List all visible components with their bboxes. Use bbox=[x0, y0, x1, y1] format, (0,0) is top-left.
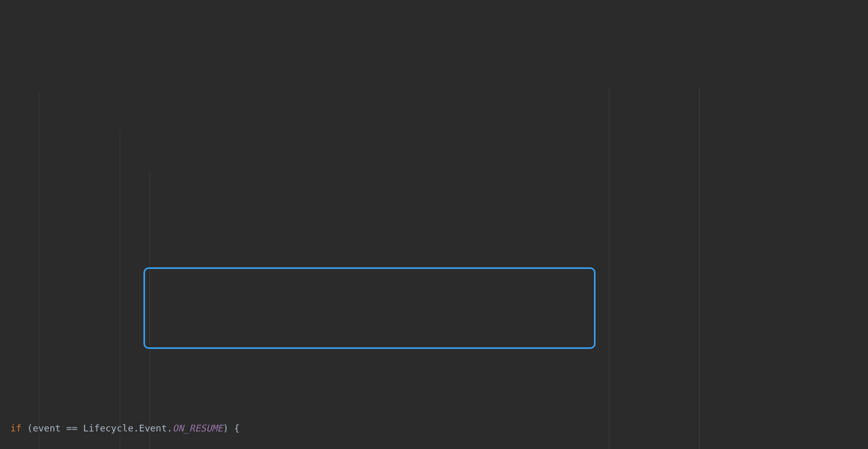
ruler bbox=[609, 88, 609, 449]
text: ( bbox=[22, 423, 33, 434]
identifier: event bbox=[33, 423, 60, 434]
type: Event bbox=[139, 423, 167, 434]
operator: == bbox=[66, 423, 77, 434]
selection-box bbox=[143, 267, 596, 349]
punct: . bbox=[133, 423, 139, 434]
type: Lifecycle bbox=[83, 423, 134, 434]
indent-guide bbox=[120, 132, 120, 449]
indent-guide bbox=[150, 172, 150, 449]
code-editor[interactable]: if (event == Lifecycle.Event.ON_RESUME) … bbox=[0, 88, 868, 449]
code-line[interactable]: if (event == Lifecycle.Event.ON_RESUME) … bbox=[10, 418, 868, 439]
text bbox=[61, 423, 67, 434]
punct: . bbox=[167, 423, 173, 434]
indent-guide bbox=[39, 93, 39, 449]
keyword-if: if bbox=[10, 423, 22, 434]
enum-constant: ON_RESUME bbox=[172, 423, 223, 434]
ruler bbox=[699, 88, 700, 449]
punct: ) { bbox=[223, 423, 240, 434]
text bbox=[77, 423, 83, 434]
